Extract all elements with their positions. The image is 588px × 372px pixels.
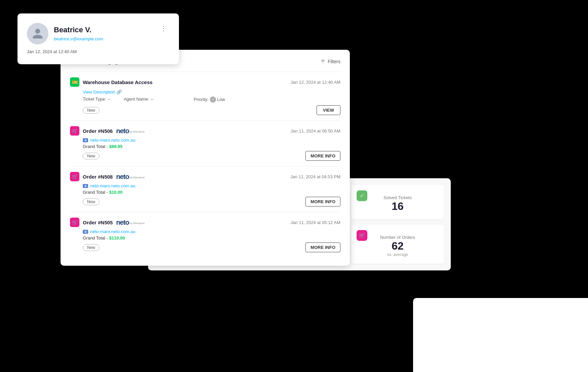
order-icon: 🛒 bbox=[70, 218, 79, 227]
stat-sub: vs. average bbox=[387, 252, 408, 257]
order-total: Grand Total - $110.00 bbox=[83, 235, 340, 240]
stat-label: Number of Orders bbox=[380, 235, 415, 240]
store-link[interactable]: neto-maro.neto.com.au bbox=[90, 229, 135, 234]
avatar bbox=[27, 23, 48, 44]
order-store: 🖥 neto-maro.neto.com.au bbox=[83, 183, 340, 188]
more-info-button[interactable]: MORE INFO bbox=[305, 151, 340, 161]
stat-label: Solved Tickets bbox=[383, 195, 412, 200]
order-total: Grand Total - $89.95 bbox=[83, 144, 340, 149]
view-description-link[interactable]: View Description 🔗 bbox=[83, 89, 340, 95]
neto-logo: neto by Maropost bbox=[116, 219, 144, 226]
ticket-item: 🎫 Warehouse Database Access Jan 12, 2024… bbox=[70, 72, 340, 120]
store-icon: 🖥 bbox=[83, 138, 88, 142]
order-total: Grand Total - $10.00 bbox=[83, 190, 340, 195]
profile-name: Beatrice V. bbox=[54, 26, 152, 34]
order-date: Jan 11, 2024 at 06:50 AM bbox=[291, 128, 340, 134]
order-list: 🛒 Order #N506 neto by Maropost Jan 11, 2… bbox=[70, 120, 340, 258]
neto-logo: neto by Maropost bbox=[116, 127, 144, 135]
order-icon: 🛒 bbox=[70, 126, 79, 136]
store-icon: 🖥 bbox=[83, 230, 88, 234]
order-icon: 🛒 bbox=[70, 172, 79, 181]
order-item: 🛒 Order #N508 neto by Maropost Jan 11, 2… bbox=[70, 166, 340, 212]
order-title: Order #N506 bbox=[83, 128, 113, 134]
ticket-status-badge: New bbox=[83, 107, 100, 114]
order-title: Order #N505 bbox=[83, 220, 113, 225]
order-status-badge: New bbox=[83, 153, 100, 159]
profile-menu-button[interactable]: ⋮ bbox=[157, 23, 170, 34]
order-date: Jan 11, 2024 at 05:12 AM bbox=[291, 220, 340, 225]
neto-logo: neto by Maropost bbox=[116, 173, 144, 181]
priority-icon: ⏱ bbox=[210, 97, 216, 103]
ticket-date: Jan 12, 2024 at 12:40 AM bbox=[291, 80, 340, 85]
bottom-right-panel bbox=[413, 298, 588, 372]
stat-card: ✓ Solved Tickets 16 bbox=[351, 185, 444, 219]
profile-card: Beatrice V. beatrice.v@example.com ⋮ Jan… bbox=[17, 13, 179, 64]
stat-icon: ✓ bbox=[357, 190, 367, 201]
profile-email[interactable]: beatrice.v@example.com bbox=[54, 36, 103, 41]
filters-button[interactable]: Filters bbox=[320, 59, 340, 64]
order-store: 🖥 neto-maro.neto.com.au bbox=[83, 138, 340, 143]
more-info-button[interactable]: MORE INFO bbox=[305, 243, 340, 252]
order-item: 🛒 Order #N505 neto by Maropost Jan 11, 2… bbox=[70, 212, 340, 258]
order-item: 🛒 Order #N506 neto by Maropost Jan 11, 2… bbox=[70, 120, 340, 166]
ticket-title: Warehouse Database Access bbox=[83, 79, 152, 85]
order-title: Order #N508 bbox=[83, 174, 113, 180]
order-status-badge: New bbox=[83, 244, 100, 251]
more-info-button[interactable]: MORE INFO bbox=[305, 197, 340, 207]
stat-card: 🛒 Number of Orders 62 vs. average bbox=[351, 225, 444, 264]
profile-created-date: Jan 12, 2024 at 12:40 AM bbox=[27, 49, 170, 54]
order-status-badge: New bbox=[83, 198, 100, 205]
order-date: Jan 11, 2024 at 04:53 PM bbox=[290, 174, 340, 179]
engagement-card: Customer Engagement Filters 🎫 Warehouse … bbox=[61, 50, 350, 266]
stat-value: 16 bbox=[392, 200, 404, 213]
view-ticket-button[interactable]: VIEW bbox=[317, 105, 340, 115]
stat-value: 62 bbox=[392, 240, 404, 252]
ticket-meta: Ticket Type: -- Agent Name: -- Priority:… bbox=[83, 97, 340, 103]
ticket-icon: 🎫 bbox=[70, 77, 79, 87]
store-link[interactable]: neto-maro.neto.com.au bbox=[90, 138, 135, 143]
filters-label: Filters bbox=[328, 59, 340, 64]
store-link[interactable]: neto-maro.neto.com.au bbox=[90, 183, 135, 188]
stat-icon: 🛒 bbox=[357, 230, 367, 241]
order-store: 🖥 neto-maro.neto.com.au bbox=[83, 229, 340, 234]
store-icon: 🖥 bbox=[83, 184, 88, 188]
